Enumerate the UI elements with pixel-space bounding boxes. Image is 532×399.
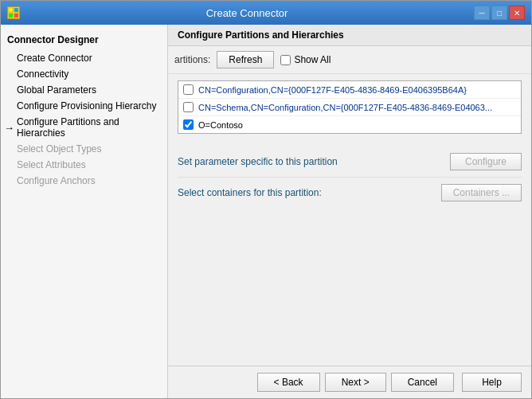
sidebar: Connector Designer Create Connector Conn… (1, 25, 168, 398)
partition-item-3: O=Contoso (178, 116, 521, 133)
partition-3-checkbox[interactable] (183, 119, 194, 130)
sidebar-item-select-object-types: Select Object Types (1, 141, 167, 157)
app-icon (7, 6, 20, 19)
sidebar-item-label: Connectivity (17, 68, 68, 80)
svg-rect-1 (14, 8, 18, 12)
spacer (168, 214, 531, 366)
window-controls: ─ □ ✕ (474, 6, 525, 20)
back-button[interactable]: < Back (257, 373, 320, 392)
settings-row-2: Select containers for this partition: Co… (178, 178, 522, 208)
sidebar-item-connectivity[interactable]: Connectivity (1, 66, 167, 82)
partition-3-label: O=Contoso (198, 120, 243, 130)
sidebar-item-label: Configure Anchors (17, 175, 96, 186)
sidebar-item-global-parameters[interactable]: Global Parameters (1, 82, 167, 98)
partitions-label: artitions: (174, 54, 210, 65)
help-button[interactable]: Help (462, 373, 522, 392)
partition-2-label: CN=Schema,CN=Configuration,CN={000F127F-… (198, 103, 492, 112)
partition-1-checkbox[interactable] (183, 84, 194, 95)
show-all-checkbox[interactable] (280, 55, 291, 65)
toolbar: artitions: Refresh Show All (168, 46, 531, 74)
select-containers-label: Select containers for this partition: (178, 187, 322, 198)
sidebar-item-label: Select Attributes (17, 159, 86, 170)
partitions-list: CN=Configuration,CN={000F127F-E405-4836-… (178, 80, 522, 134)
refresh-button[interactable]: Refresh (217, 51, 274, 68)
settings-section: Set parameter specific to this partition… (178, 147, 522, 208)
sidebar-item-label: Create Connector (17, 53, 92, 64)
configure-button[interactable]: Configure (450, 153, 522, 170)
title-bar: Create Connector ─ □ ✕ (1, 1, 531, 25)
show-all-label: Show All (294, 54, 331, 65)
show-all-container: Show All (280, 54, 331, 65)
partition-1-label: CN=Configuration,CN={000F127F-E405-4836-… (198, 85, 467, 95)
set-parameter-label: Set parameter specific to this partition (178, 156, 338, 167)
sidebar-item-label: Global Parameters (17, 84, 96, 96)
close-button[interactable]: ✕ (509, 6, 525, 20)
sidebar-item-create-connector[interactable]: Create Connector (1, 50, 167, 66)
sidebar-header: Connector Designer (1, 31, 167, 50)
footer: < Back Next > Cancel Help (168, 366, 531, 398)
sidebar-item-configure-provisioning[interactable]: Configure Provisioning Hierarchy (1, 98, 167, 114)
svg-rect-3 (14, 14, 18, 18)
main-panel-header: Configure Partitions and Hierarchies (168, 25, 531, 46)
sidebar-item-label: Configure Provisioning Hierarchy (17, 100, 156, 111)
containers-button[interactable]: Containers ... (441, 184, 522, 201)
svg-rect-0 (9, 8, 13, 12)
partition-item-2: CN=Schema,CN=Configuration,CN={000F127F-… (178, 99, 521, 116)
partition-2-checkbox[interactable] (183, 102, 194, 112)
sidebar-item-label: Select Object Types (17, 143, 102, 155)
sidebar-item-configure-anchors: Configure Anchors (1, 173, 167, 189)
main-window: Create Connector ─ □ ✕ Connector Designe… (0, 0, 532, 399)
partition-item-1: CN=Configuration,CN={000F127F-E405-4836-… (178, 81, 521, 99)
minimize-button[interactable]: ─ (474, 6, 490, 20)
main-panel: Configure Partitions and Hierarchies art… (168, 25, 531, 398)
next-button[interactable]: Next > (325, 373, 386, 392)
settings-row-1: Set parameter specific to this partition… (178, 147, 522, 178)
content-area: Connector Designer Create Connector Conn… (1, 25, 531, 398)
sidebar-item-select-attributes: Select Attributes (1, 157, 167, 173)
sidebar-item-label: Configure Partitions and Hierarchies (17, 116, 161, 139)
window-title: Create Connector (20, 7, 474, 19)
sidebar-item-configure-partitions[interactable]: Configure Partitions and Hierarchies (1, 114, 167, 141)
svg-rect-2 (9, 14, 13, 18)
cancel-button[interactable]: Cancel (391, 373, 454, 392)
maximize-button[interactable]: □ (491, 6, 507, 20)
